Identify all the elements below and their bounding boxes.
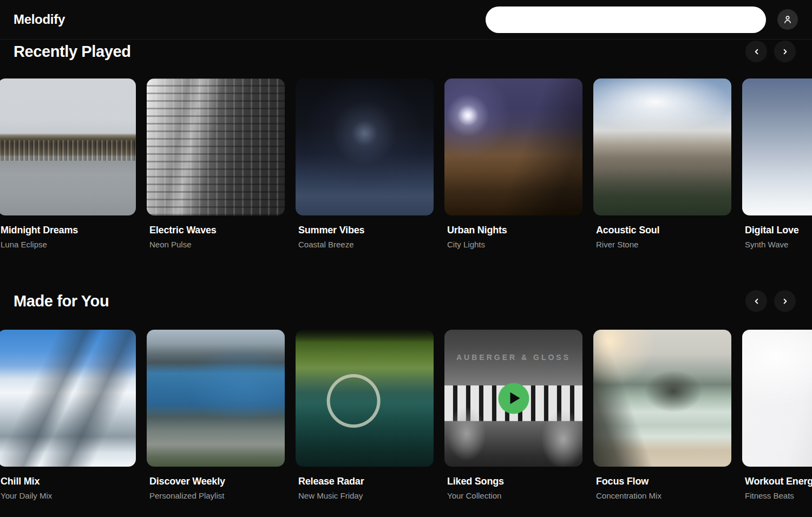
- playlist-card[interactable]: Digital Love Synth Wave: [742, 78, 812, 249]
- card-title: Workout Energy: [745, 476, 812, 487]
- chevron-right-icon: [781, 297, 789, 305]
- chevron-left-icon: [752, 297, 761, 305]
- album-art: [742, 330, 812, 467]
- album-art: [742, 78, 812, 215]
- app-header: Melodify: [0, 0, 812, 40]
- card-title: Electric Waves: [149, 225, 285, 236]
- album-art: [296, 78, 434, 215]
- card-subtitle: Concentration Mix: [596, 491, 731, 500]
- carousel-next-button[interactable]: [774, 41, 796, 62]
- playlist-card[interactable]: Focus Flow Concentration Mix: [593, 330, 731, 500]
- playlist-card[interactable]: Midnight Dreams Luna Eclipse: [0, 78, 136, 249]
- card-subtitle: Luna Eclipse: [1, 240, 136, 249]
- recently-played-carousel: Midnight Dreams Luna Eclipse Electric Wa…: [0, 78, 812, 249]
- playlist-card[interactable]: Electric Waves Neon Pulse: [147, 78, 285, 249]
- playlist-card[interactable]: Chill Mix Your Daily Mix: [0, 330, 136, 500]
- card-title: Discover Weekly: [149, 476, 285, 487]
- album-art: [296, 330, 434, 467]
- card-title: Focus Flow: [596, 476, 731, 487]
- playlist-card[interactable]: Discover Weekly Personalized Playlist: [147, 330, 285, 500]
- album-art: [147, 78, 285, 215]
- card-title: Release Radar: [298, 476, 434, 487]
- card-subtitle: Your Daily Mix: [1, 491, 136, 500]
- album-art: [0, 330, 136, 467]
- card-title: Digital Love: [745, 225, 812, 236]
- section-recently-played: Recently Played Midnight Dreams Luna Ecl…: [0, 41, 812, 249]
- card-subtitle: Personalized Playlist: [149, 491, 285, 500]
- card-subtitle: Coastal Breeze: [298, 240, 434, 249]
- search-input[interactable]: [486, 6, 766, 33]
- chevron-right-icon: [781, 48, 789, 56]
- section-title: Made for You: [14, 292, 745, 310]
- playlist-card[interactable]: AUBERGER & GLOSS Liked Songs Your Collec…: [444, 330, 582, 500]
- playlist-card[interactable]: Acoustic Soul River Stone: [593, 78, 731, 249]
- profile-button[interactable]: [777, 9, 798, 30]
- card-subtitle: River Stone: [596, 240, 731, 249]
- card-title: Midnight Dreams: [1, 225, 136, 236]
- album-art: [593, 330, 731, 467]
- card-title: Summer Vibes: [298, 225, 434, 236]
- chevron-left-icon: [752, 48, 761, 56]
- piano-brand-lettering: AUBERGER & GLOSS: [444, 353, 582, 362]
- carousel-prev-button[interactable]: [745, 290, 767, 312]
- app-logo[interactable]: Melodify: [14, 12, 65, 27]
- play-button[interactable]: [498, 383, 529, 414]
- made-for-you-carousel: Chill Mix Your Daily Mix Discover Weekly…: [0, 330, 812, 500]
- playlist-card[interactable]: Summer Vibes Coastal Breeze: [296, 78, 434, 249]
- card-subtitle: Neon Pulse: [149, 240, 285, 249]
- card-title: Chill Mix: [1, 476, 136, 487]
- album-art: [0, 78, 136, 215]
- playlist-card[interactable]: Release Radar New Music Friday: [296, 330, 434, 500]
- card-title: Liked Songs: [447, 476, 582, 487]
- album-art: [593, 78, 731, 215]
- playlist-card[interactable]: Urban Nights City Lights: [444, 78, 582, 249]
- play-icon: [510, 392, 520, 404]
- carousel-prev-button[interactable]: [745, 41, 767, 62]
- album-art: [147, 330, 285, 467]
- user-icon: [782, 14, 793, 25]
- playlist-card[interactable]: Workout Energy Fitness Beats: [742, 330, 812, 500]
- card-title: Acoustic Soul: [596, 225, 731, 236]
- album-art: [444, 78, 582, 215]
- section-made-for-you: Made for You Chill Mix Your Daily Mix Di…: [0, 290, 812, 500]
- card-subtitle: New Music Friday: [298, 491, 434, 500]
- card-subtitle: Synth Wave: [745, 240, 812, 249]
- section-title: Recently Played: [14, 43, 745, 61]
- album-art: AUBERGER & GLOSS: [444, 330, 582, 467]
- card-title: Urban Nights: [447, 225, 582, 236]
- card-subtitle: Fitness Beats: [745, 491, 812, 500]
- carousel-next-button[interactable]: [774, 290, 796, 312]
- card-subtitle: City Lights: [447, 240, 582, 249]
- card-subtitle: Your Collection: [447, 491, 582, 500]
